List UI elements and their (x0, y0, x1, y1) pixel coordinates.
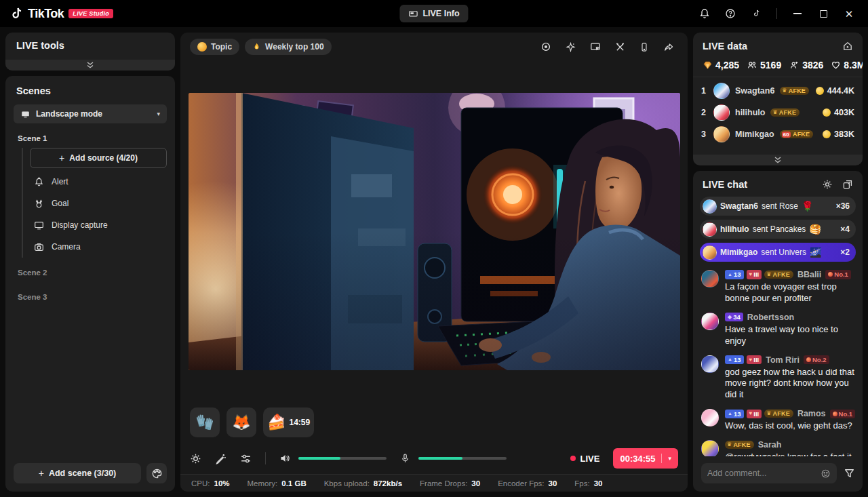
chat-message-list[interactable]: ▲13 ♥III ♛AFKE BBalii No.1 La façon de v… (693, 263, 863, 456)
add-scene-button[interactable]: + Add scene (3/30) (14, 463, 141, 483)
chat-settings-gear-icon[interactable] (822, 179, 833, 190)
source-item-camera[interactable]: Camera (30, 236, 167, 258)
brand: TikTok LIVE Studio (9, 6, 113, 21)
chevron-down-icon[interactable]: ▾ (668, 455, 671, 462)
magic-pen-icon[interactable] (215, 453, 226, 464)
filter-icon[interactable] (844, 468, 855, 479)
cpu-value: 10% (214, 479, 229, 488)
tiktok-logo-icon (9, 6, 23, 21)
settings-gear-icon[interactable] (190, 453, 201, 464)
maximize-button[interactable] (814, 4, 833, 23)
tune-sliders-icon[interactable] (240, 453, 252, 464)
leaderboard-row[interactable]: 2 hilihulo ♛AFKE 403K (701, 102, 854, 123)
leaderboard-row[interactable]: 3 Mimikgao 60AFKE 383K (701, 123, 854, 145)
mic-volume-slider[interactable] (418, 457, 507, 460)
cake-gift-icon: 🍰 (267, 414, 285, 431)
source-item-alert[interactable]: Alert (30, 171, 167, 193)
avatar (703, 222, 717, 237)
sparkle-icon[interactable] (566, 42, 576, 52)
double-chevron-down-icon (86, 62, 94, 68)
pinned-gift-mimikgao[interactable]: Mimikgao sent Univers 🌌 ×2 (700, 243, 856, 262)
level-badge: ▲13 (725, 355, 744, 364)
gift-tile-glove[interactable]: 🧤 (190, 407, 220, 437)
avatar (713, 104, 730, 121)
mic-volume-fill (418, 457, 462, 460)
titlebar: TikTok LIVE Studio LIVE Info ✕ (0, 0, 868, 27)
scene-1-item[interactable]: Scene 1 (14, 123, 167, 148)
flame-icon (252, 42, 261, 52)
chat-username[interactable]: Tom Riri (766, 355, 800, 365)
kbps-value: 872kb/s (374, 479, 402, 488)
landscape-monitor-icon (20, 110, 31, 119)
layout-mode-select[interactable]: Landscape mode ▾ (14, 104, 167, 123)
popout-icon[interactable] (842, 179, 853, 190)
framedrops-value: 30 (471, 479, 480, 488)
level-badge: ▲13 (725, 270, 744, 279)
phone-icon[interactable] (639, 42, 649, 52)
viewers-icon (747, 60, 757, 70)
chat-message: ◆34 Robertsson Have a travel way too nic… (701, 313, 854, 347)
chat-text: Have a travel way too nice to enjoy (725, 324, 854, 347)
afke-badge: ♛AFKE (725, 441, 754, 449)
close-button[interactable]: ✕ (840, 4, 859, 23)
bell-icon[interactable] (695, 4, 714, 23)
source-item-display-capture[interactable]: Display capture (30, 214, 167, 236)
rank-badge: No.1 (825, 270, 851, 279)
encoderfps-value: 30 (549, 479, 557, 488)
gift-tile-cake[interactable]: 🍰 14:59 (263, 407, 314, 437)
pinned-gift-hilihulo[interactable]: hilihulo sent Pancakes 🥞 ×4 (700, 220, 856, 239)
live-info-label: LIVE Info (422, 9, 459, 18)
speaker-volume-slider[interactable] (298, 457, 387, 460)
live-tools-expand-button[interactable] (5, 60, 175, 71)
speaker-icon[interactable] (279, 453, 290, 464)
comment-input-wrap (701, 463, 837, 483)
source-item-goal[interactable]: Goal (30, 193, 167, 214)
comment-input[interactable] (707, 469, 816, 478)
microphone-icon[interactable] (400, 453, 410, 464)
streamer-scene-image (189, 93, 680, 370)
chat-message: ▲13 ♥III ♛AFKE Ramos No.1 Wow, das ist c… (701, 409, 854, 432)
camera-icon (34, 242, 44, 252)
chat-text: god geez how the hack u did that move ri… (725, 367, 854, 401)
chevron-down-icon: ▾ (157, 111, 160, 117)
avatar (701, 313, 719, 330)
kbps-label: Kbps upload: (324, 479, 370, 488)
fox-gift-icon: 🦊 (232, 414, 250, 431)
live-info-button[interactable]: LIVE Info (399, 5, 468, 22)
live-house-icon[interactable] (842, 41, 853, 52)
level-badge: ▲13 (725, 410, 744, 418)
scene-2-item[interactable]: Scene 2 (14, 258, 167, 282)
minimize-button[interactable] (788, 4, 807, 23)
weekly-top-tag[interactable]: Weekly top 100 (245, 39, 331, 55)
gem-badge: ◆34 (725, 313, 743, 321)
tools-icon[interactable] (615, 42, 625, 52)
chat-username[interactable]: Robertsson (747, 313, 794, 322)
chat-username[interactable]: Sarah (758, 440, 782, 450)
leaderboard-row[interactable]: 1 Swagtan6 ♛AFKE 444.4K (701, 80, 854, 102)
chat-username[interactable]: BBalii (797, 270, 821, 279)
record-icon[interactable] (540, 41, 551, 52)
goal-medal-icon (34, 199, 44, 209)
stream-timer-button[interactable]: 00:34:55 ▾ (613, 448, 678, 469)
afke-badge: ♛AFKE (764, 410, 793, 418)
chat-username[interactable]: Ramos (797, 409, 826, 418)
share-icon[interactable] (663, 42, 674, 52)
live-indicator: LIVE (570, 454, 600, 464)
gift-tile-fox[interactable]: 🦊 (226, 407, 256, 437)
emoji-icon[interactable] (821, 469, 831, 479)
pinned-gift-swagtan6[interactable]: Swagtan6 sent Rose 🌹 ×36 (700, 197, 856, 216)
topic-tag[interactable]: Topic (190, 39, 239, 55)
universe-gift-icon: 🌌 (810, 247, 821, 258)
stream-timer: 00:34:55 (620, 454, 655, 464)
live-video-preview[interactable] (189, 93, 680, 370)
framedrops-label: Frame Drops: (420, 479, 467, 488)
topic-coin-icon (197, 42, 207, 52)
add-source-button[interactable]: + Add source (4/20) (30, 148, 167, 168)
fps-value: 30 (594, 479, 603, 488)
theme-palette-button[interactable] (146, 463, 167, 483)
gift-panel-icon[interactable] (590, 41, 601, 52)
scene-3-item[interactable]: Scene 3 (14, 282, 167, 306)
help-icon[interactable] (721, 4, 740, 23)
live-data-expand-button[interactable] (693, 155, 863, 165)
tiktok-icon[interactable] (747, 4, 766, 23)
